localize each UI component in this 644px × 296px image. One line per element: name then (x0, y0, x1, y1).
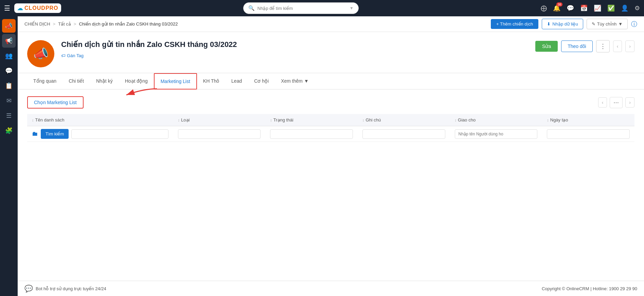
sort-icon: ↕ (362, 118, 364, 122)
breadcrumb-sep1: > (53, 21, 56, 27)
more-options-button[interactable]: ⋮ (596, 40, 610, 52)
add-icon[interactable]: ⨁ (541, 4, 547, 12)
breadcrumb-all[interactable]: Tất cả (58, 21, 71, 27)
left-sidebar: 📣 📢 👥 💬 📋 ✉ ☰ 🧩 (0, 16, 18, 296)
tab-kh-tho[interactable]: KH Thô (197, 73, 225, 89)
col-ngay-tao: ↕Ngày tạo (542, 114, 634, 126)
tab-lead[interactable]: Lead (225, 73, 248, 89)
page-footer: 💬 Bot hỗ trợ sử dụng trực tuyến 24/24 Co… (18, 281, 644, 296)
tab-xem-them[interactable]: Xem thêm ▼ (275, 73, 315, 89)
help-icon[interactable]: ⓘ (631, 20, 637, 28)
next-page-button[interactable]: › (625, 97, 634, 108)
sort-icon: ↕ (270, 118, 272, 122)
search-ngay-tao-input[interactable] (547, 129, 630, 139)
search-cell-loai (173, 126, 266, 142)
search-cell-ghi-chu (358, 126, 450, 142)
tabs-bar: Tổng quan Chi tiết Nhật ký Hoạt động Mar… (18, 73, 644, 89)
tab-nhat-ky[interactable]: Nhật ký (90, 73, 119, 89)
edit-button[interactable]: Sửa (535, 41, 558, 52)
campaign-info: Chiến dịch gửi tin nhắn Zalo CSKH tháng … (61, 40, 535, 58)
tag-link[interactable]: 🏷 Gán Tag (61, 53, 535, 58)
search-cell-ten-danh-sach: 🖿 Tìm kiếm (27, 126, 173, 142)
campaign-title: Chiến dịch gửi tin nhắn Zalo CSKH tháng … (61, 40, 535, 49)
search-giao-cho-input[interactable] (455, 129, 538, 139)
breadcrumb-actions: + Thêm chiến dịch ⬇ Nhập dữ liệu ✎ Tùy c… (491, 19, 637, 29)
add-campaign-button[interactable]: + Thêm chiến dịch (491, 19, 538, 29)
campaign-avatar: 📣 (27, 40, 54, 67)
sort-icon: ↕ (547, 118, 549, 122)
tab-marketing-list[interactable]: Marketing List (154, 73, 197, 89)
col-giao-cho: ↕Giao cho (450, 114, 542, 126)
top-navbar: ☰ ☁ CLOUDPRO 🔍 ▼ ⨁ 🔔 38 💬 📅 📈 ✅ 👤 (0, 0, 644, 16)
sidebar-chat-icon[interactable]: 💬 (2, 64, 16, 78)
campaign-actions: Sửa Theo dõi ⋮ ‹ › (535, 40, 634, 52)
next-campaign-button[interactable]: › (625, 40, 634, 52)
prev-page-button[interactable]: ‹ (598, 97, 607, 108)
footer-chat[interactable]: 💬 Bot hỗ trợ sử dụng trực tuyến 24/24 (24, 284, 106, 293)
tab-chi-tiet[interactable]: Chi tiết (62, 73, 90, 89)
sidebar-list-icon[interactable]: ☰ (2, 109, 16, 122)
chart-icon[interactable]: 📈 (594, 4, 601, 12)
messenger-icon: 💬 (24, 284, 33, 293)
footer-bot-text: Bot hỗ trợ sử dụng trực tuyến 24/24 (36, 286, 106, 291)
chevron-down-icon: ▼ (350, 6, 354, 11)
import-icon: ⬇ (547, 21, 551, 27)
sidebar-doc-icon[interactable]: 📋 (2, 79, 16, 93)
sidebar-puzzle-icon[interactable]: 🧩 (2, 124, 16, 137)
prev-campaign-button[interactable]: ‹ (613, 40, 622, 52)
customize-icon: ✎ (592, 21, 595, 27)
import-data-button[interactable]: ⬇ Nhập dữ liệu (542, 19, 583, 29)
search-trang-thai-input[interactable] (270, 129, 353, 139)
col-ghi-chu: ↕Ghi chú (358, 114, 450, 126)
marketing-list-header: Chọn Marketing List ‹ (27, 96, 634, 109)
chat-icon[interactable]: 💬 (567, 4, 574, 12)
search-ghi-chu-input[interactable] (362, 129, 445, 139)
chon-marketing-list-button[interactable]: Chọn Marketing List (27, 96, 84, 109)
notification-badge: 38 (556, 2, 562, 6)
sidebar-megaphone-icon[interactable]: 📢 (2, 34, 16, 48)
follow-button[interactable]: Theo dõi (561, 40, 592, 52)
search-ten-danh-sach-input[interactable] (71, 129, 168, 139)
search-cell-trang-thai (265, 126, 358, 142)
main-area: 📣 📢 👥 💬 📋 ✉ ☰ 🧩 CHIẾN DỊCH > Tất cả > Ch… (0, 16, 644, 296)
footer-copyright: Copyright © OnlineCRM | Hotline: 1900 29… (542, 286, 637, 291)
col-trang-thai: ↕Trạng thái (265, 114, 358, 126)
search-loai-input[interactable] (178, 129, 261, 139)
breadcrumb: CHIẾN DỊCH > Tất cả > Chiến dịch gửi tin… (24, 21, 178, 27)
search-icon: 🔍 (248, 5, 255, 11)
breadcrumb-root[interactable]: CHIẾN DỊCH (24, 21, 50, 27)
col-loai: ↕Loại (173, 114, 266, 126)
more-actions-button[interactable]: ⋯ (610, 97, 623, 108)
logo-text: CLOUDPRO (24, 5, 58, 11)
sort-icon: ↕ (455, 118, 457, 122)
tasks-icon[interactable]: ✅ (607, 4, 615, 12)
customize-button[interactable]: ✎ Tùy chỉnh ▼ (587, 19, 628, 29)
tab-co-hoi[interactable]: Cơ hội (248, 73, 275, 89)
settings-icon[interactable]: ⚙ (634, 4, 640, 12)
marketing-list-table: ↕Tên danh sách ↕Loại ↕Trạng thái ↕Ghi ch… (27, 114, 634, 142)
breadcrumb-sep2: > (74, 21, 76, 27)
calendar-icon[interactable]: 📅 (580, 4, 588, 12)
breadcrumb-current: Chiến dịch gửi tin nhắn Zalo CSKH tháng … (79, 21, 178, 27)
logo-area: ☁ CLOUDPRO (14, 3, 61, 13)
sidebar-email-icon[interactable]: ✉ (2, 94, 16, 108)
sidebar-people-icon[interactable]: 👥 (2, 49, 16, 63)
user-icon[interactable]: 👤 (621, 4, 628, 12)
tab-hoat-dong[interactable]: Hoạt động (119, 73, 154, 89)
breadcrumb-bar: CHIẾN DỊCH > Tất cả > Chiến dịch gửi tin… (18, 16, 644, 32)
col-ten-danh-sach: ↕Tên danh sách (27, 114, 173, 126)
cloud-icon: ☁ (17, 4, 23, 12)
campaign-header: 📣 Chiến dịch gửi tin nhắn Zalo CSKH thán… (18, 32, 644, 73)
table-search-row: 🖿 Tìm kiếm (27, 126, 634, 142)
chevron-down-customize-icon: ▼ (618, 21, 623, 27)
search-input[interactable] (257, 6, 347, 11)
search-cell-ngay-tao (542, 126, 634, 142)
sidebar-campaign-icon[interactable]: 📣 (2, 19, 16, 33)
hamburger-btn[interactable]: ☰ (4, 4, 10, 12)
tab-tong-quan[interactable]: Tổng quan (27, 73, 62, 89)
chevron-down-tab-icon: ▼ (304, 78, 309, 84)
notification-icon[interactable]: 🔔 38 (553, 4, 560, 12)
top-nav-actions: ⨁ 🔔 38 💬 📅 📈 ✅ 👤 ⚙ (541, 4, 640, 12)
megaphone-icon: 📣 (33, 47, 49, 61)
search-button[interactable]: Tìm kiếm (41, 129, 69, 139)
